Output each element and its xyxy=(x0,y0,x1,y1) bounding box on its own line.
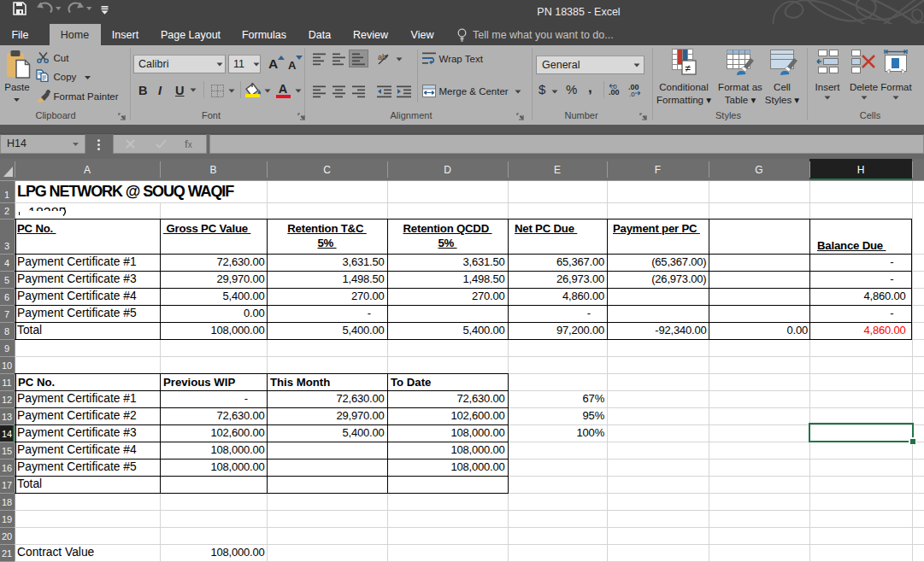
svg-text:ab: ab xyxy=(378,53,386,61)
svg-text:.0: .0 xyxy=(611,83,617,91)
svg-text:≠: ≠ xyxy=(686,62,692,74)
